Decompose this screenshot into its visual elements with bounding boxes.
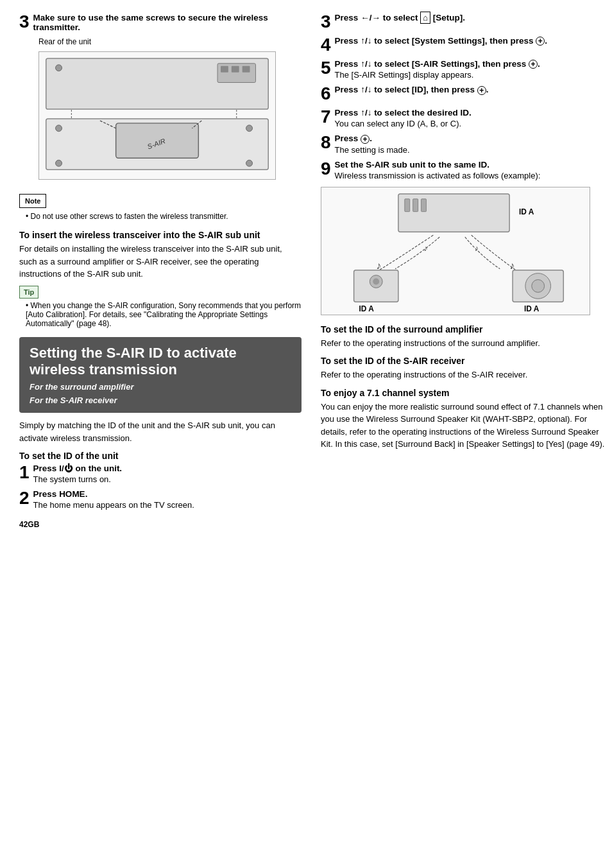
svg-point-26 <box>373 278 379 284</box>
step3-left-content: Make sure to use the same screws to secu… <box>33 13 302 32</box>
unit-diagram: S-AIR <box>38 51 276 180</box>
svg-point-8 <box>56 125 62 132</box>
svg-text:♪: ♪ <box>475 243 479 253</box>
step6-number: 6 <box>321 85 331 103</box>
step8-content: Press +. The setting is made. <box>335 134 609 154</box>
svg-rect-6 <box>242 66 250 73</box>
step9-number: 9 <box>321 160 331 178</box>
step5-body: The [S-AIR Settings] display appears. <box>335 70 609 80</box>
step2: 2 Press HOME. The home menu appears on t… <box>19 489 302 510</box>
wireless-diagram: ID A ♪ ID A ♪ <box>321 187 590 315</box>
step7-body: You can select any ID (A, B, or C). <box>335 119 609 128</box>
tip-text: • When you change the S-AIR configuratio… <box>26 301 302 328</box>
circle-plus-8: + <box>361 135 370 144</box>
page-number: 42GB <box>19 520 302 529</box>
step5-title: Press ↑/↓ to select [S-AIR Settings], th… <box>335 59 540 69</box>
svg-point-10 <box>246 125 253 132</box>
unit-svg: S-AIR <box>39 52 275 179</box>
svg-text:ID A: ID A <box>359 304 375 313</box>
svg-rect-5 <box>232 66 239 73</box>
step1-number: 1 <box>19 464 30 482</box>
rear-label: Rear of the unit <box>38 37 302 46</box>
set-id-heading: To set the ID of the unit <box>19 451 302 461</box>
step7-title: Press ↑/↓ to select the desired ID. <box>335 108 472 117</box>
step9-title: Set the S-AIR sub unit to the same ID. <box>335 160 490 169</box>
step2-body: The home menu appears on the TV screen. <box>33 500 302 510</box>
step3-left-title: Make sure to use the same screws to secu… <box>33 13 268 32</box>
step2-content: Press HOME. The home menu appears on the… <box>33 489 302 510</box>
step9-content: Set the S-AIR sub unit to the same ID. W… <box>335 160 609 180</box>
svg-rect-21 <box>421 199 427 212</box>
step4-content: Press ↑/↓ to select [System Settings], t… <box>335 36 609 46</box>
step1-title: Press I/⏻ on the unit. <box>33 464 123 473</box>
big-banner: Setting the S-AIR ID to activate wireles… <box>19 337 302 413</box>
insert-section: To insert the wireless transceiver into … <box>19 230 302 281</box>
banner-subtitle2: For the S-AIR receiver <box>30 395 291 405</box>
banner-subtitle1: For the surround amplifier <box>30 382 291 392</box>
note-label: Note <box>19 194 46 208</box>
wireless-svg: ID A ♪ ID A ♪ <box>321 187 590 315</box>
note-bullet: • <box>26 212 31 221</box>
channel71-body: You can enjoy the more realistic surroun… <box>321 401 609 451</box>
surround-amp-section: To set the ID of the surround amplifier … <box>321 324 609 350</box>
svg-point-9 <box>56 160 62 166</box>
step2-title: Press HOME. <box>33 489 88 499</box>
svg-point-1 <box>56 65 62 71</box>
step3-right-title: Press ←/→ to select ⌂ [Setup]. <box>335 12 465 24</box>
svg-text:♪: ♪ <box>376 260 381 271</box>
step8: 8 Press +. The setting is made. <box>321 134 609 154</box>
banner-title: Setting the S-AIR ID to activate wireles… <box>30 345 291 379</box>
note-section: Note • Do not use other screws to fasten… <box>19 187 302 221</box>
channel71-heading: To enjoy a 7.1 channel system <box>321 388 609 398</box>
circle-plus-5: + <box>529 60 538 69</box>
left-column: 3 Make sure to use the same screws to se… <box>19 13 314 849</box>
step1-content: Press I/⏻ on the unit. The system turns … <box>33 464 302 484</box>
step3-left: 3 Make sure to use the same screws to se… <box>19 13 302 32</box>
step3-right-number: 3 <box>321 13 331 31</box>
surround-amp-heading: To set the ID of the surround amplifier <box>321 324 609 334</box>
insert-heading: To insert the wireless transceiver into … <box>19 230 302 240</box>
page: 3 Make sure to use the same screws to se… <box>0 0 612 868</box>
step7-content: Press ↑/↓ to select the desired ID. You … <box>335 108 609 128</box>
step3-left-number: 3 <box>19 13 30 31</box>
step7: 7 Press ↑/↓ to select the desired ID. Yo… <box>321 108 609 128</box>
step6-title: Press ↑/↓ to select [ID], then press +. <box>335 85 489 94</box>
step8-body: The setting is made. <box>335 145 609 155</box>
step9: 9 Set the S-AIR sub unit to the same ID.… <box>321 160 609 180</box>
step4: 4 Press ↑/↓ to select [System Settings],… <box>321 36 609 54</box>
circle-plus-6: + <box>477 86 486 95</box>
step7-number: 7 <box>321 108 331 126</box>
sair-receiver-body: Refer to the operating instructions of t… <box>321 369 609 381</box>
sair-receiver-section: To set the ID of the S-AIR receiver Refe… <box>321 356 609 381</box>
step8-number: 8 <box>321 134 331 152</box>
step8-title: Press +. <box>335 134 372 143</box>
svg-text:ID A: ID A <box>524 304 540 313</box>
svg-rect-20 <box>413 199 418 212</box>
step3-right-content: Press ←/→ to select ⌂ [Setup]. <box>335 13 609 22</box>
note-body: Do not use other screws to fasten the wi… <box>31 212 228 221</box>
step4-number: 4 <box>321 36 331 54</box>
step1-body: The system turns on. <box>33 474 302 484</box>
step6-content: Press ↑/↓ to select [ID], then press +. <box>335 85 609 94</box>
step4-title: Press ↑/↓ to select [System Settings], t… <box>335 36 547 46</box>
surround-amp-body: Refer to the operating instructions of t… <box>321 337 609 350</box>
tip-body: When you change the S-AIR configuration,… <box>26 301 301 328</box>
banner-body: Simply by matching the ID of the unit an… <box>19 419 302 444</box>
sair-receiver-heading: To set the ID of the S-AIR receiver <box>321 356 609 366</box>
step5-number: 5 <box>321 59 331 77</box>
svg-text:♪: ♪ <box>509 260 514 271</box>
tip-bullet: • <box>26 301 31 310</box>
svg-rect-4 <box>221 66 228 73</box>
step5: 5 Press ↑/↓ to select [S-AIR Settings], … <box>321 59 609 80</box>
step3-right: 3 Press ←/→ to select ⌂ [Setup]. <box>321 13 609 31</box>
svg-point-11 <box>246 160 253 166</box>
step5-content: Press ↑/↓ to select [S-AIR Settings], th… <box>335 59 609 80</box>
insert-body: For details on installing the wireless t… <box>19 243 302 281</box>
tip-label: Tip <box>19 286 38 299</box>
note-text: • Do not use other screws to fasten the … <box>26 212 302 221</box>
step9-body: Wireless transmission is activated as fo… <box>335 171 609 180</box>
power-icon: ⏻ <box>64 464 73 473</box>
step2-number: 2 <box>19 489 30 507</box>
right-column: 3 Press ←/→ to select ⌂ [Setup]. 4 Press… <box>314 13 609 849</box>
setup-icon: ⌂ <box>420 12 430 24</box>
